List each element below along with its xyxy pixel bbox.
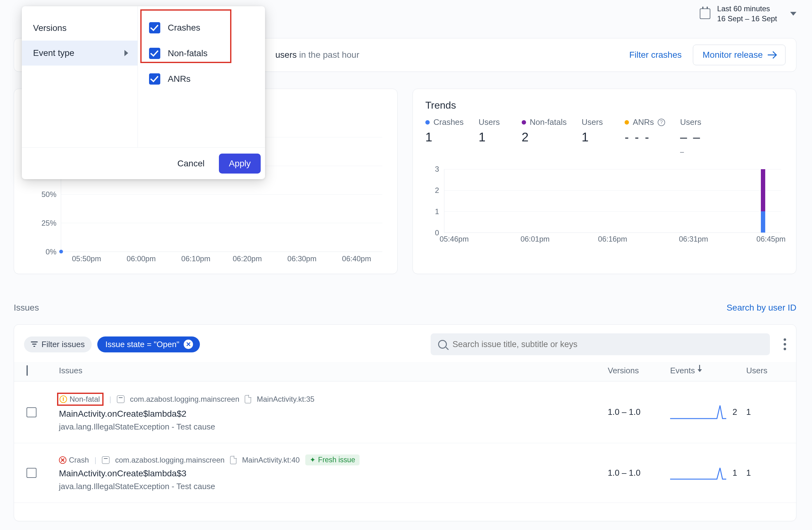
issue-events: 1 [670, 464, 746, 482]
cancel-button[interactable]: Cancel [169, 154, 213, 173]
checkbox-checked-icon [149, 48, 160, 59]
trend-bar-nonfatals [761, 169, 765, 211]
issue-versions: 1.0 – 1.0 [608, 468, 670, 478]
file-icon [230, 456, 236, 464]
trend-bar-crashes [761, 211, 765, 233]
file-icon [245, 395, 251, 403]
issue-type-badge: Crash [59, 456, 89, 464]
issue-events: 2 [670, 404, 746, 421]
help-icon[interactable]: ? [658, 118, 665, 126]
trends-title: Trends [425, 100, 784, 111]
trends-chart: 3 2 1 0 05:46pm 06:01pm 06:16pm [425, 169, 784, 245]
checkbox-checked-icon [149, 73, 160, 85]
issue-users: 1 [746, 407, 784, 417]
filter-option-crashes[interactable]: Crashes [138, 15, 265, 41]
filter-popover: Versions Event type Crashes Non-fatals [22, 6, 265, 179]
monitor-release-button[interactable]: Monitor release [693, 45, 785, 65]
row-checkbox[interactable] [27, 468, 37, 478]
arrow-right-icon [768, 51, 776, 59]
filter-crashes-link[interactable]: Filter crashes [629, 50, 682, 60]
sparkline-icon [670, 404, 726, 421]
select-all-checkbox[interactable] [27, 365, 28, 376]
trends-card: Trends Crashes 1 Users 1 Non-fata [412, 89, 796, 274]
date-range-text: Last 60 minutes 16 Sept – 16 Sept [717, 4, 777, 24]
sparkline-icon [670, 464, 726, 482]
issue-title: MainActivity.onCreate$lambda$2 [59, 409, 608, 419]
issue-state-filter-chip[interactable]: Issue state = "Open" ✕ [97, 336, 200, 352]
apply-button[interactable]: Apply [219, 154, 261, 173]
filter-option-anrs[interactable]: ANRs [138, 66, 265, 92]
issue-type-badge: Non-fatal [57, 393, 103, 406]
issue-row[interactable]: Crash | com.azabost.logging.mainscreen M… [14, 443, 796, 503]
issue-versions: 1.0 – 1.0 [608, 407, 670, 417]
sparkle-icon: ✦ [310, 456, 316, 464]
warning-icon [60, 395, 67, 403]
package-icon [102, 456, 110, 464]
sort-descending-icon [698, 369, 702, 372]
filter-category-versions[interactable]: Versions [22, 16, 137, 41]
issue-subtitle: java.lang.IllegalStateException - Test c… [59, 482, 608, 491]
calendar-icon [700, 9, 710, 19]
issues-card: Filter issues Issue state = "Open" ✕ Iss… [14, 324, 796, 521]
fresh-issue-badge: ✦ Fresh issue [305, 455, 360, 465]
issue-row[interactable]: Non-fatal | com.azabost.logging.mainscre… [14, 381, 796, 443]
issue-search-box[interactable] [431, 333, 770, 355]
search-by-user-id-link[interactable]: Search by user ID [727, 303, 796, 313]
issues-table-header: Issues Versions Events Users [14, 362, 796, 381]
chevron-right-icon [125, 50, 128, 56]
checkbox-checked-icon [149, 22, 160, 33]
issue-users: 1 [746, 468, 784, 478]
issues-section-header: Issues Search by user ID [14, 303, 796, 313]
filter-option-non-fatals[interactable]: Non-fatals [138, 41, 265, 66]
row-checkbox[interactable] [27, 407, 37, 417]
issue-title: MainActivity.onCreate$lambda$3 [59, 469, 608, 478]
issue-subtitle: java.lang.IllegalStateException - Test c… [59, 422, 608, 432]
date-range-selector[interactable]: Last 60 minutes 16 Sept – 16 Sept [700, 4, 796, 24]
filter-category-list: Versions Event type [22, 6, 138, 147]
filter-issues-chip[interactable]: Filter issues [24, 336, 92, 352]
filter-options-panel: Crashes Non-fatals ANRs [138, 6, 265, 147]
more-options-button[interactable] [784, 338, 786, 350]
remove-filter-icon[interactable]: ✕ [184, 339, 193, 349]
filter-icon [31, 341, 38, 347]
banner-text: users in the past hour [275, 50, 359, 60]
search-icon [438, 340, 447, 349]
crash-icon [59, 456, 67, 464]
package-icon [117, 395, 125, 403]
chevron-down-icon [790, 12, 796, 16]
issue-search-input[interactable] [452, 339, 763, 349]
events-column-header[interactable]: Events [670, 366, 746, 376]
filter-category-event-type[interactable]: Event type [22, 41, 137, 66]
